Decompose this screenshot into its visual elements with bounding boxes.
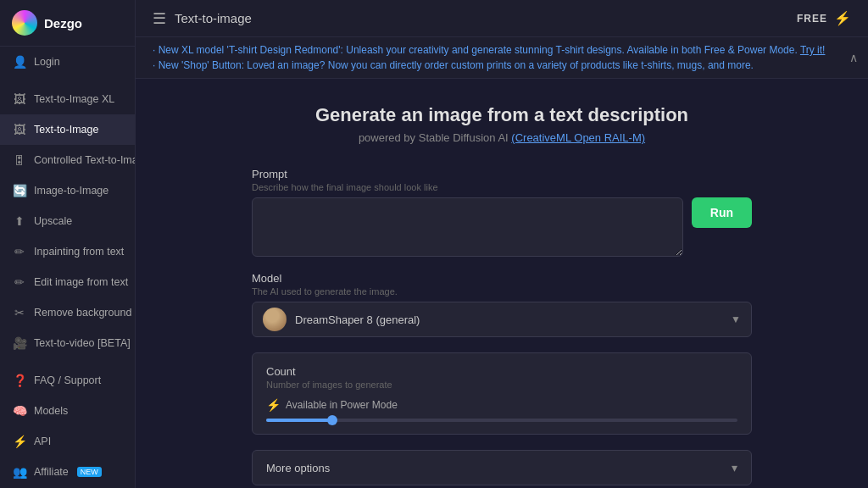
sidebar-item-text-to-image-xl[interactable]: 🖼 Text-to-Image XL	[0, 84, 135, 114]
controlled-icon: 🎛	[12, 152, 27, 168]
sidebar-item-label: Text-to-video [BETA]	[34, 337, 131, 349]
sidebar: Dezgo 👤 Login 🖼 Text-to-Image XL 🖼 Text-…	[0, 0, 136, 488]
sidebar-item-remove-background[interactable]: ✂ Remove background	[0, 297, 135, 328]
model-group: Model The AI used to generate the image.…	[252, 272, 752, 337]
sidebar-item-label: Affiliate	[34, 466, 69, 478]
power-bolt-icon: ⚡	[266, 398, 281, 412]
sidebar-item-label: Models	[34, 405, 68, 417]
image-icon: 🖼	[12, 122, 27, 137]
page-subtitle: powered by Stable Diffusion AI (Creative…	[315, 131, 688, 144]
logo-text: Dezgo	[44, 16, 82, 30]
sidebar-item-faq[interactable]: ❓ FAQ / Support	[0, 365, 135, 396]
sidebar-item-image-to-image[interactable]: 🔄 Image-to-Image	[0, 175, 135, 206]
announcement-close-button[interactable]: ∧	[849, 49, 858, 67]
model-hint: The AI used to generate the image.	[252, 286, 752, 297]
main-area: ☰ Text-to-image FREE ⚡ · New XL model 'T…	[136, 0, 868, 488]
sidebar-item-login[interactable]: 👤 Login	[0, 47, 135, 77]
inpainting-icon: ✏	[12, 244, 27, 259]
sidebar-item-upscale[interactable]: ⬆ Upscale	[0, 206, 135, 236]
prompt-row: Run	[252, 197, 752, 257]
image-to-image-icon: 🔄	[12, 183, 27, 198]
sidebar-item-api[interactable]: ⚡ API	[0, 426, 135, 457]
content-area: Generate an image from a text descriptio…	[136, 79, 868, 488]
remove-bg-icon: ✂	[12, 305, 27, 320]
announcement-link[interactable]: Try it!	[800, 44, 826, 56]
page-title: Generate an image from a text descriptio…	[315, 104, 688, 126]
video-icon: 🎥	[12, 336, 27, 351]
bolt-icon: ⚡	[834, 10, 851, 26]
announcement-line1: · New XL model 'T-shirt Design Redmond':…	[153, 42, 851, 58]
header-left: ☰ Text-to-image	[153, 9, 252, 28]
run-button[interactable]: Run	[692, 197, 752, 228]
prompt-label: Prompt	[252, 168, 752, 180]
model-avatar-image	[263, 308, 287, 331]
affiliate-icon: 👥	[12, 464, 27, 480]
page-subtitle-text: powered by Stable Diffusion AI	[359, 131, 509, 144]
count-group: Count Number of images to generate ⚡ Ava…	[252, 352, 752, 435]
form-container: Prompt Describe how the final image shou…	[252, 168, 752, 485]
sidebar-item-label: Text-to-Image XL	[34, 93, 114, 105]
sidebar-item-controlled-text-to-image[interactable]: 🎛 Controlled Text-to-Image	[0, 145, 135, 175]
sidebar-item-text-to-video[interactable]: 🎥 Text-to-video [BETA]	[0, 328, 135, 358]
affiliate-badge: NEW	[77, 467, 102, 477]
count-box: Count Number of images to generate ⚡ Ava…	[252, 352, 752, 435]
faq-icon: ❓	[12, 373, 27, 388]
chevron-down-icon: ▾	[732, 461, 737, 474]
sidebar-item-label: Upscale	[34, 215, 72, 227]
sidebar-item-affiliate[interactable]: 👥 Affiliate NEW	[0, 457, 135, 487]
header-right: FREE ⚡	[797, 10, 851, 26]
model-avatar	[263, 308, 287, 331]
announcement-bar: · New XL model 'T-shirt Design Redmond':…	[136, 37, 868, 79]
announcement-line2: · New 'Shop' Button: Loved an image? Now…	[153, 58, 851, 73]
header: ☰ Text-to-image FREE ⚡	[136, 0, 868, 37]
model-name: DreamShaper 8 (general)	[295, 313, 731, 326]
model-label: Model	[252, 272, 752, 285]
more-options-toggle[interactable]: More options ▾	[252, 450, 752, 485]
prompt-group: Prompt Describe how the final image shou…	[252, 168, 752, 257]
model-select[interactable]: DreamShaper 8 (general) ▼	[252, 302, 752, 337]
sidebar-item-label: Text-to-Image	[34, 124, 98, 136]
image-xl-icon: 🖼	[12, 92, 27, 107]
sidebar-item-text-to-image[interactable]: 🖼 Text-to-Image	[0, 114, 135, 145]
count-slider-track	[266, 419, 737, 422]
count-hint: Number of images to generate	[266, 380, 737, 390]
sidebar-item-label: API	[34, 435, 51, 447]
stable-diffusion-link[interactable]: (CreativeML Open RAIL-M)	[511, 131, 645, 144]
models-icon: 🧠	[12, 403, 27, 419]
edit-image-icon: ✏	[12, 274, 27, 290]
sidebar-item-label: Edit image from text	[34, 276, 128, 288]
count-slider-thumb[interactable]	[327, 415, 337, 425]
sidebar-item-label: Controlled Text-to-Image	[34, 154, 136, 166]
api-icon: ⚡	[12, 434, 27, 449]
count-slider-fill	[266, 419, 337, 422]
prompt-input[interactable]	[252, 197, 683, 257]
header-title: Text-to-image	[175, 11, 252, 25]
sidebar-item-inpainting-from-text[interactable]: ✏ Inpainting from text	[0, 236, 135, 267]
power-mode-text: Available in Power Mode	[286, 399, 398, 411]
user-icon: 👤	[12, 54, 27, 69]
sidebar-item-models[interactable]: 🧠 Models	[0, 396, 135, 426]
chevron-down-icon: ▼	[731, 313, 741, 325]
prompt-hint: Describe how the final image should look…	[252, 182, 752, 192]
power-mode-row: ⚡ Available in Power Mode	[266, 398, 737, 412]
plan-badge: FREE	[797, 13, 827, 25]
sidebar-item-label: FAQ / Support	[34, 374, 101, 386]
count-label: Count	[266, 365, 737, 378]
sidebar-item-label: Remove background	[34, 307, 131, 319]
sidebar-item-label: Image-to-Image	[34, 185, 108, 197]
more-options-label: More options	[266, 462, 330, 474]
sidebar-item-label: Inpainting from text	[34, 246, 124, 258]
hamburger-icon[interactable]: ☰	[153, 9, 166, 28]
page-heading: Generate an image from a text descriptio…	[315, 104, 688, 144]
sidebar-item-label: Login	[34, 56, 60, 68]
sidebar-logo: Dezgo	[0, 0, 135, 47]
sidebar-item-edit-image-from-text[interactable]: ✏ Edit image from text	[0, 267, 135, 297]
logo-icon	[12, 10, 37, 36]
upscale-icon: ⬆	[12, 214, 27, 229]
